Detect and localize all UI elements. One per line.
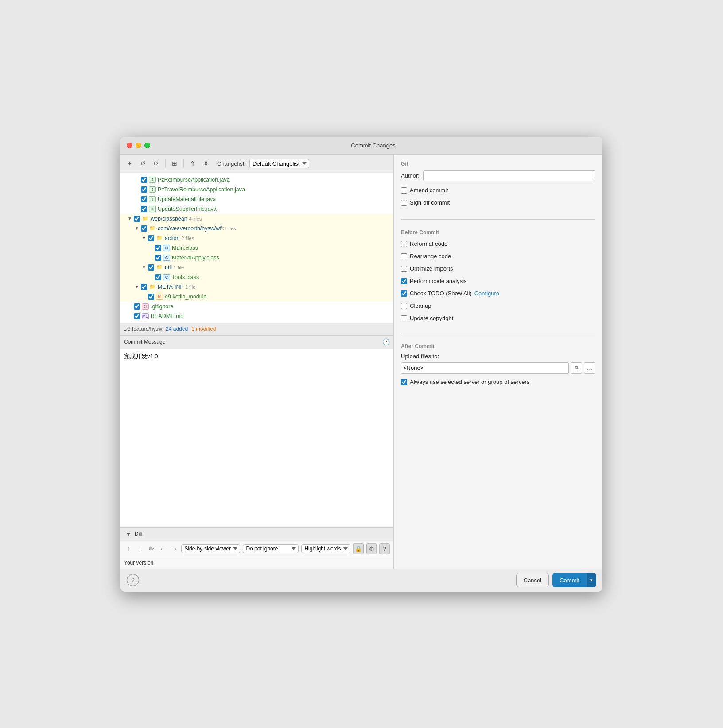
list-item[interactable]: J PzReimburseApplication.java bbox=[120, 175, 393, 185]
folder-checkbox[interactable] bbox=[141, 284, 147, 290]
diff-edit-icon[interactable]: ✏ bbox=[147, 543, 156, 554]
update-copyright-label: Update copyright bbox=[410, 315, 453, 321]
file-label: PzReimburseApplication.java bbox=[158, 177, 230, 183]
file-checkbox[interactable] bbox=[148, 294, 154, 300]
sign-off-checkbox[interactable] bbox=[401, 200, 407, 206]
viewer-select[interactable]: Side-by-side viewer Unified viewer bbox=[181, 544, 240, 553]
divider2 bbox=[401, 333, 595, 333]
file-checkbox[interactable] bbox=[155, 255, 161, 261]
upload-spinner-icon[interactable]: ⇅ bbox=[571, 362, 582, 374]
minimize-button[interactable] bbox=[136, 143, 141, 148]
folder-label: web/classbean bbox=[151, 216, 187, 222]
diff-up-icon[interactable]: ↑ bbox=[124, 543, 133, 554]
commit-dropdown-arrow[interactable]: ▾ bbox=[587, 573, 596, 587]
left-panel: ✦ ↺ ⟳ ⊞ ⇑ ⇕ Changelist: Default Changeli… bbox=[120, 155, 394, 569]
git-section: Git Author: Amend commit Sign-off commit bbox=[401, 161, 595, 210]
list-item[interactable]: C Tools.class bbox=[120, 272, 393, 282]
update-copyright-checkbox[interactable] bbox=[401, 315, 407, 321]
folder-checkbox[interactable] bbox=[134, 216, 140, 222]
lock-icon[interactable]: 🔒 bbox=[353, 543, 364, 554]
ignore-select[interactable]: Do not ignore Ignore whitespace bbox=[243, 544, 299, 553]
diff-down-icon[interactable]: ↓ bbox=[136, 543, 144, 554]
undo-icon[interactable]: ↺ bbox=[137, 159, 149, 168]
bottom-right: Cancel Commit ▾ bbox=[516, 573, 596, 587]
folder-checkbox[interactable] bbox=[148, 235, 154, 241]
list-item[interactable]: ▼ 📁 action 2 files bbox=[120, 233, 393, 243]
diff-right-icon[interactable]: → bbox=[170, 543, 179, 554]
file-checkbox[interactable] bbox=[141, 196, 147, 202]
close-button[interactable] bbox=[127, 143, 132, 148]
configure-link[interactable]: Configure bbox=[474, 290, 499, 297]
always-use-checkbox[interactable] bbox=[401, 379, 407, 385]
settings-icon[interactable]: ⚙ bbox=[366, 543, 377, 554]
status-bar: ⎇ feature/hysw 24 added 1 modified bbox=[120, 323, 393, 335]
list-item[interactable]: J UpdateSupplierFile.java bbox=[120, 204, 393, 214]
list-item[interactable]: K e9.kotlin_module bbox=[120, 292, 393, 302]
cleanup-checkbox[interactable] bbox=[401, 303, 407, 309]
commit-message-header: Commit Message 🕐 bbox=[120, 336, 393, 349]
rearrange-checkbox[interactable] bbox=[401, 253, 407, 259]
file-checkbox[interactable] bbox=[134, 313, 140, 319]
optimize-checkbox[interactable] bbox=[401, 266, 407, 272]
file-checkbox[interactable] bbox=[155, 274, 161, 280]
list-item[interactable]: MD README.md bbox=[120, 311, 393, 321]
list-item[interactable]: J UpdateMaterialFile.java bbox=[120, 194, 393, 204]
help-diff-icon[interactable]: ? bbox=[379, 543, 390, 554]
cancel-button[interactable]: Cancel bbox=[516, 573, 549, 587]
upload-select[interactable]: <None> bbox=[401, 362, 569, 374]
amend-commit-checkbox[interactable] bbox=[401, 187, 407, 194]
group-icon[interactable]: ⊞ bbox=[169, 159, 180, 168]
titlebar: Commit Changes bbox=[120, 137, 602, 155]
list-item[interactable]: C Main.class bbox=[120, 243, 393, 253]
folder-checkbox[interactable] bbox=[148, 264, 154, 271]
java-file-icon: J bbox=[149, 186, 156, 193]
maximize-button[interactable] bbox=[144, 143, 150, 148]
sync-icon[interactable]: ✦ bbox=[124, 159, 136, 168]
refresh-icon[interactable]: ⟳ bbox=[151, 159, 162, 168]
list-item[interactable]: ▼ 📁 META-INF 1 file bbox=[120, 282, 393, 292]
folder-checkbox[interactable] bbox=[141, 225, 147, 232]
file-checkbox[interactable] bbox=[141, 206, 147, 212]
file-checkbox[interactable] bbox=[141, 186, 147, 193]
folder-label: action bbox=[165, 235, 179, 241]
perform-row: Perform code analysis bbox=[401, 276, 595, 286]
md-file-icon: MD bbox=[142, 313, 149, 320]
after-commit-section: After Commit Upload files to: <None> ⇅ …… bbox=[401, 343, 595, 390]
window-title: Commit Changes bbox=[150, 142, 596, 149]
expand-icon[interactable]: ⇑ bbox=[187, 159, 198, 168]
check-todo-checkbox[interactable] bbox=[401, 290, 407, 297]
file-checkbox[interactable] bbox=[155, 245, 161, 251]
list-item[interactable]: ⬡ .gitignore bbox=[120, 302, 393, 311]
collapse-icon[interactable]: ⇕ bbox=[200, 159, 212, 168]
check-todo-row: Check TODO (Show All) Configure bbox=[401, 289, 595, 298]
author-input[interactable] bbox=[423, 170, 595, 181]
list-item[interactable]: C MaterialApply.class bbox=[120, 253, 393, 263]
arrow-icon: ▼ bbox=[135, 284, 141, 289]
list-item[interactable]: ▼ 📁 web/classbean 4 files bbox=[120, 214, 393, 224]
diff-toolbar: ↑ ↓ ✏ ← → Side-by-side viewer Unified vi… bbox=[120, 541, 393, 557]
reformat-checkbox[interactable] bbox=[401, 241, 407, 247]
help-button[interactable]: ? bbox=[127, 574, 139, 586]
list-item[interactable]: ▼ 📁 com/weavernorth/hysw/wf 3 files bbox=[120, 224, 393, 233]
file-label: MaterialApply.class bbox=[172, 255, 219, 261]
folder-meta: 3 files bbox=[223, 226, 236, 231]
diff-collapse-icon[interactable]: ▼ bbox=[124, 530, 133, 538]
highlight-select[interactable]: Highlight words Highlight lines bbox=[301, 544, 350, 553]
always-use-label: Always use selected server or group of s… bbox=[410, 379, 529, 385]
file-checkbox[interactable] bbox=[134, 303, 140, 310]
perform-checkbox[interactable] bbox=[401, 278, 407, 284]
right-panel: Git Author: Amend commit Sign-off commit… bbox=[394, 155, 602, 569]
sign-off-label: Sign-off commit bbox=[410, 199, 450, 206]
git-section-label: Git bbox=[401, 161, 595, 167]
file-checkbox[interactable] bbox=[141, 177, 147, 183]
file-label: e9.kotlin_module bbox=[165, 294, 207, 300]
diff-left-icon[interactable]: ← bbox=[159, 543, 167, 554]
commit-button[interactable]: Commit bbox=[552, 573, 587, 587]
cleanup-row: Cleanup bbox=[401, 301, 595, 311]
changelist-select[interactable]: Default Changelist bbox=[249, 159, 309, 168]
list-item[interactable]: J PzTravelReimburseApplication.java bbox=[120, 185, 393, 194]
upload-more-icon[interactable]: … bbox=[584, 362, 595, 374]
sign-off-row: Sign-off commit bbox=[401, 198, 595, 208]
list-item[interactable]: ▼ 📁 util 1 file bbox=[120, 263, 393, 272]
commit-message-input[interactable] bbox=[120, 349, 393, 526]
